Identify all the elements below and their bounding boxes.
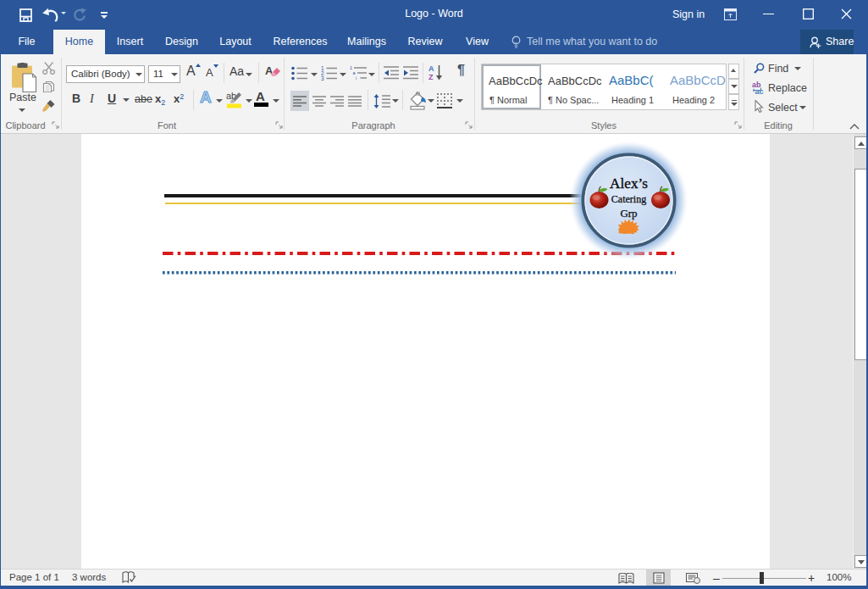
svg-text:ac: ac: [755, 87, 764, 95]
svg-text:A: A: [428, 64, 434, 73]
svg-text:i: i: [356, 75, 357, 81]
svg-text:Alex’s: Alex’s: [610, 175, 648, 192]
svg-text:3: 3: [321, 75, 324, 81]
svg-text:Catering: Catering: [611, 193, 646, 205]
svg-text:Grp: Grp: [620, 207, 637, 219]
svg-text:Z: Z: [428, 73, 434, 81]
